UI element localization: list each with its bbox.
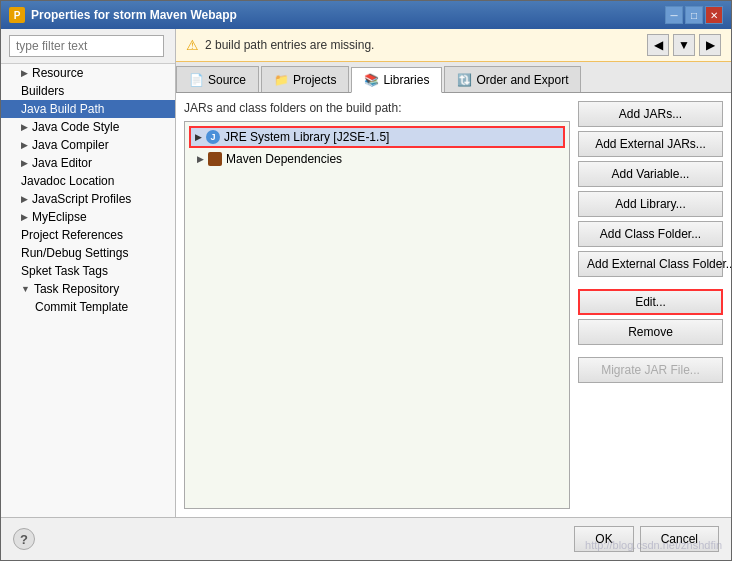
- tab-label: Libraries: [383, 73, 429, 87]
- tree-item-spket[interactable]: Spket Task Tags: [1, 262, 175, 280]
- tree-item-run-debug[interactable]: Run/Debug Settings: [1, 244, 175, 262]
- tree-item-label: Run/Debug Settings: [21, 246, 128, 260]
- maven-library-icon: [208, 152, 222, 166]
- buttons-panel: Add JARs... Add External JARs... Add Var…: [578, 101, 723, 509]
- left-panel: ▶ Resource Builders Java Build Path ▶ Ja…: [1, 29, 176, 517]
- window-icon: P: [9, 7, 25, 23]
- main-split: ▶ Resource Builders Java Build Path ▶ Ja…: [1, 29, 731, 517]
- library-list[interactable]: ▶ J JRE System Library [J2SE-1.5] ▶ Mave…: [184, 121, 570, 509]
- tree-item-task-repository[interactable]: ▼ Task Repository: [1, 280, 175, 298]
- maven-library-label: Maven Dependencies: [226, 152, 342, 166]
- libraries-icon: 📚: [364, 73, 379, 87]
- add-jars-button[interactable]: Add JARs...: [578, 101, 723, 127]
- library-item-jre[interactable]: ▶ J JRE System Library [J2SE-1.5]: [189, 126, 565, 148]
- filter-input[interactable]: [9, 35, 164, 57]
- library-panel: JARs and class folders on the build path…: [184, 101, 570, 509]
- expand-arrow: ▼: [21, 284, 30, 294]
- add-library-button[interactable]: Add Library...: [578, 191, 723, 217]
- help-button[interactable]: ?: [13, 528, 35, 550]
- source-icon: 📄: [189, 73, 204, 87]
- window-title: Properties for storm Maven Webapp: [31, 8, 237, 22]
- warning-bar: ⚠ 2 build path entries are missing. ◀ ▼ …: [176, 29, 731, 62]
- tab-source[interactable]: 📄 Source: [176, 66, 259, 92]
- nav-next-button[interactable]: ▶: [699, 34, 721, 56]
- tab-libraries[interactable]: 📚 Libraries: [351, 67, 442, 93]
- tree-item-label: Java Build Path: [21, 102, 104, 116]
- tab-label: Source: [208, 73, 246, 87]
- expand-arrow: ▶: [21, 158, 28, 168]
- expand-arrow: ▶: [21, 122, 28, 132]
- order-icon: 🔃: [457, 73, 472, 87]
- close-button[interactable]: ✕: [705, 6, 723, 24]
- tree-item-java-build-path[interactable]: Java Build Path: [1, 100, 175, 118]
- tree-item-label: Resource: [32, 66, 83, 80]
- warning-nav: ◀ ▼ ▶: [647, 34, 721, 56]
- add-variable-button[interactable]: Add Variable...: [578, 161, 723, 187]
- watermark: http://blog.csdn.net/znshdfin: [585, 539, 722, 551]
- library-description: JARs and class folders on the build path…: [184, 101, 570, 115]
- tree: ▶ Resource Builders Java Build Path ▶ Ja…: [1, 64, 175, 316]
- tree-item-label: Javadoc Location: [21, 174, 114, 188]
- edit-button[interactable]: Edit...: [578, 289, 723, 315]
- maven-arrow-icon: ▶: [197, 154, 204, 164]
- title-controls: ─ □ ✕: [665, 6, 723, 24]
- tree-item-commit-template[interactable]: Commit Template: [1, 298, 175, 316]
- expand-arrow: ▶: [21, 140, 28, 150]
- btn-spacer: [578, 281, 723, 285]
- tab-label: Order and Export: [476, 73, 568, 87]
- tree-item-label: Java Editor: [32, 156, 92, 170]
- btn-spacer2: [578, 349, 723, 353]
- tree-item-javadoc-location[interactable]: Javadoc Location: [1, 172, 175, 190]
- tree-item-myeclipse[interactable]: ▶ MyEclipse: [1, 208, 175, 226]
- tree-item-java-editor[interactable]: ▶ Java Editor: [1, 154, 175, 172]
- tab-content: JARs and class folders on the build path…: [176, 93, 731, 517]
- tree-item-label: Commit Template: [35, 300, 128, 314]
- tree-item-label: Java Compiler: [32, 138, 109, 152]
- warning-icon: ⚠: [186, 37, 199, 53]
- expand-arrow: ▶: [21, 212, 28, 222]
- remove-button[interactable]: Remove: [578, 319, 723, 345]
- tree-item-label: Builders: [21, 84, 64, 98]
- jre-library-icon: J: [206, 130, 220, 144]
- right-panel: ⚠ 2 build path entries are missing. ◀ ▼ …: [176, 29, 731, 517]
- title-bar: P Properties for storm Maven Webapp ─ □ …: [1, 1, 731, 29]
- minimize-button[interactable]: ─: [665, 6, 683, 24]
- tree-item-label: MyEclipse: [32, 210, 87, 224]
- tab-order-export[interactable]: 🔃 Order and Export: [444, 66, 581, 92]
- tab-projects[interactable]: 📁 Projects: [261, 66, 349, 92]
- library-item-maven[interactable]: ▶ Maven Dependencies: [189, 150, 565, 168]
- tree-item-project-references[interactable]: Project References: [1, 226, 175, 244]
- nav-dropdown-button[interactable]: ▼: [673, 34, 695, 56]
- tree-item-resource[interactable]: ▶ Resource: [1, 64, 175, 82]
- jre-library-label: JRE System Library [J2SE-1.5]: [224, 130, 389, 144]
- tree-item-javascript-profiles[interactable]: ▶ JavaScript Profiles: [1, 190, 175, 208]
- tabs-bar: 📄 Source 📁 Projects 📚 Libraries 🔃 Order …: [176, 62, 731, 93]
- tree-item-label: Project References: [21, 228, 123, 242]
- projects-icon: 📁: [274, 73, 289, 87]
- tree-item-java-code-style[interactable]: ▶ Java Code Style: [1, 118, 175, 136]
- jre-arrow-icon: ▶: [195, 132, 202, 142]
- maximize-button[interactable]: □: [685, 6, 703, 24]
- add-external-jars-button[interactable]: Add External JARs...: [578, 131, 723, 157]
- add-class-folder-button[interactable]: Add Class Folder...: [578, 221, 723, 247]
- tree-item-builders[interactable]: Builders: [1, 82, 175, 100]
- tab-label: Projects: [293, 73, 336, 87]
- title-bar-left: P Properties for storm Maven Webapp: [9, 7, 237, 23]
- expand-arrow: ▶: [21, 68, 28, 78]
- tree-item-label: Spket Task Tags: [21, 264, 108, 278]
- main-window: P Properties for storm Maven Webapp ─ □ …: [0, 0, 732, 561]
- tree-item-label: JavaScript Profiles: [32, 192, 131, 206]
- nav-prev-button[interactable]: ◀: [647, 34, 669, 56]
- content-area: ▶ Resource Builders Java Build Path ▶ Ja…: [1, 29, 731, 560]
- migrate-jar-button[interactable]: Migrate JAR File...: [578, 357, 723, 383]
- add-external-class-folder-button[interactable]: Add External Class Folder...: [578, 251, 723, 277]
- expand-arrow: ▶: [21, 194, 28, 204]
- tree-item-label: Java Code Style: [32, 120, 119, 134]
- filter-bar: [1, 29, 175, 64]
- warning-text: 2 build path entries are missing.: [205, 38, 374, 52]
- tree-item-java-compiler[interactable]: ▶ Java Compiler: [1, 136, 175, 154]
- tree-item-label: Task Repository: [34, 282, 119, 296]
